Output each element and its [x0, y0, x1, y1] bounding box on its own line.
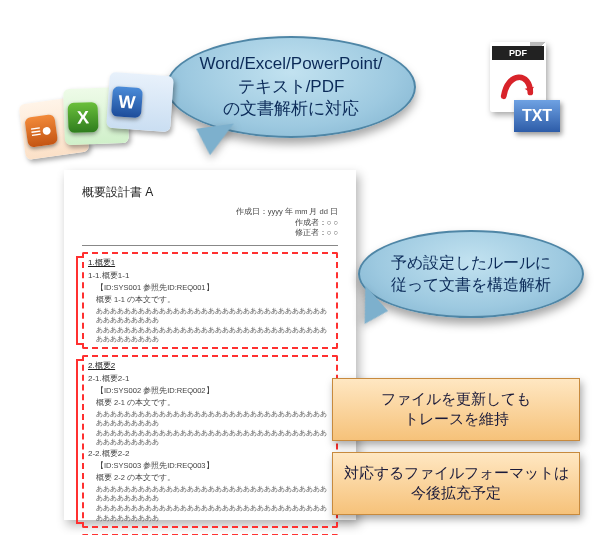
word-icon: W: [106, 72, 174, 132]
section1-heading: 1.概要1: [88, 257, 332, 268]
callout-supported-formats: Word/Excel/PowerPoint/ テキスト/PDF の文書解析に対応: [166, 36, 416, 138]
txt-icon: TXT: [514, 100, 560, 132]
section2-body1: ああああああああああああああああああああああああああああああああああああああああ…: [96, 409, 332, 427]
document-meta: 作成日：yyyy 年 mm 月 dd 日 作成者：○ ○ 修正者：○ ○: [82, 207, 338, 239]
section1-caption: 概要 1-1 の本文です。: [96, 295, 332, 305]
txt-label: TXT: [522, 107, 552, 125]
pdf-txt-cluster: PDF TXT: [480, 42, 560, 132]
section-bracket-icon: [76, 256, 84, 345]
section1-body2: ああああああああああああああああああああああああああああああああああああああああ…: [96, 325, 332, 343]
doc-section-1: 1.概要1 1-1.概要1-1 【ID:SYS001 参照先ID:REQ001】…: [82, 252, 338, 349]
section2-ref: 【ID:SYS002 参照先ID:REQ002】: [96, 386, 332, 396]
callout2-line1: 予め設定したルールに: [391, 252, 551, 274]
infobox-trace-maintained: ファイルを更新しても トレースを維持: [332, 378, 580, 441]
callout1-line3: の文書解析に対応: [200, 98, 383, 121]
section2-ref2: 【ID:SYS003 参照先ID:REQ003】: [96, 461, 332, 471]
pdf-swoosh-icon: [498, 64, 536, 102]
meta-updater: 修正者：○ ○: [82, 228, 338, 239]
sample-document: 概要設計書 A 作成日：yyyy 年 mm 月 dd 日 作成者：○ ○ 修正者…: [64, 170, 356, 520]
callout1-line2: テキスト/PDF: [200, 76, 383, 99]
powerpoint-badge: ≡●: [24, 114, 58, 148]
section2-caption: 概要 2-1 の本文です。: [96, 398, 332, 408]
infobox2-line2: 今後拡充予定: [341, 483, 571, 503]
doc-section-2: 2.概要2 2-1.概要2-1 【ID:SYS002 参照先ID:REQ002】…: [82, 355, 338, 528]
document-divider: [82, 245, 338, 246]
section2-sub2: 2-2.概要2-2: [88, 448, 332, 459]
infobox1-line1: ファイルを更新しても: [341, 389, 571, 409]
section2-body3: ああああああああああああああああああああああああああああああああああああああああ…: [96, 484, 332, 502]
pdf-label: PDF: [492, 46, 544, 60]
section1-body1: ああああああああああああああああああああああああああああああああああああああああ…: [96, 306, 332, 324]
section1-sub: 1-1.概要1-1: [88, 270, 332, 281]
section2-body2: ああああああああああああああああああああああああああああああああああああああああ…: [96, 428, 332, 446]
office-icon-cluster: ≡● X W: [22, 64, 172, 184]
infobox-format-expansion: 対応するファイルフォーマットは 今後拡充予定: [332, 452, 580, 515]
section2-body4: ああああああああああああああああああああああああああああああああああああああああ…: [96, 503, 332, 521]
document-title: 概要設計書 A: [82, 184, 338, 201]
infobox1-line2: トレースを維持: [341, 409, 571, 429]
section1-ref: 【ID:SYS001 参照先ID:REQ001】: [96, 283, 332, 293]
section2-caption2: 概要 2-2 の本文です。: [96, 473, 332, 483]
meta-creator: 作成者：○ ○: [82, 218, 338, 229]
callout-structure-analysis: 予め設定したルールに 従って文書を構造解析: [358, 230, 584, 318]
word-badge: W: [111, 86, 143, 118]
excel-badge: X: [68, 102, 99, 133]
meta-created: 作成日：yyyy 年 mm 月 dd 日: [82, 207, 338, 218]
callout1-tail-icon: [196, 123, 238, 156]
callout2-line2: 従って文書を構造解析: [391, 274, 551, 296]
section-bracket-icon: [76, 359, 84, 524]
section2-sub: 2-1.概要2-1: [88, 373, 332, 384]
callout1-line1: Word/Excel/PowerPoint/: [200, 53, 383, 76]
infobox2-line1: 対応するファイルフォーマットは: [341, 463, 571, 483]
section2-heading: 2.概要2: [88, 360, 332, 371]
